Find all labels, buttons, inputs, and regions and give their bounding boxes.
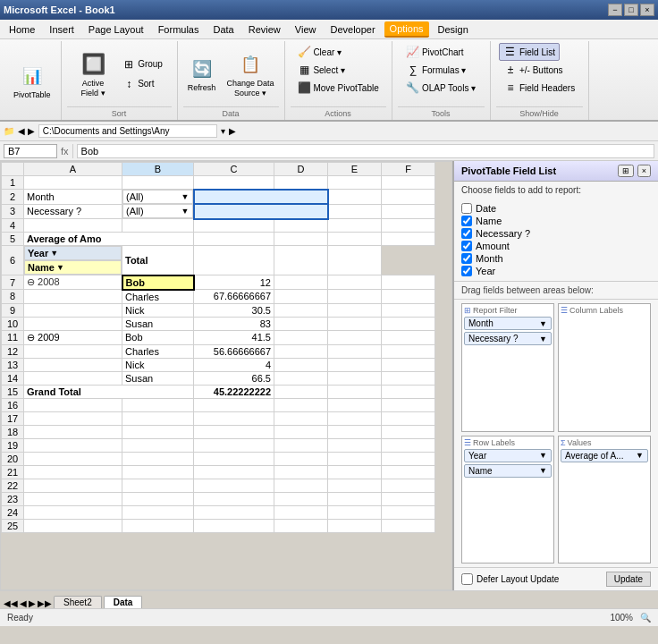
menu-view[interactable]: View (290, 22, 322, 37)
cell-d12[interactable] (274, 344, 328, 358)
pivot-chip-month[interactable]: Month ▼ (464, 317, 552, 330)
cell-b14[interactable]: Susan (122, 371, 194, 385)
formula-input[interactable] (77, 144, 654, 158)
cell-b10[interactable]: Susan (122, 317, 194, 330)
cell-f14[interactable] (382, 371, 435, 385)
pivottable-button[interactable]: 📊 PivotTable (9, 59, 55, 103)
cell-c8[interactable]: 67.66666667 (194, 290, 274, 304)
select-button[interactable]: ▦ Select ▾ (292, 61, 350, 79)
cell-d11[interactable] (274, 330, 328, 344)
cell-b4[interactable] (122, 219, 194, 233)
cell-c3[interactable] (194, 204, 328, 219)
path-dropdown[interactable]: ▾ (221, 126, 225, 136)
col-header-a[interactable]: A (24, 163, 122, 176)
cell-b2[interactable]: (All) ▼ (122, 190, 193, 204)
cell-f13[interactable] (382, 358, 435, 371)
cell-c2[interactable] (194, 190, 328, 205)
cell-b7[interactable]: Bob (122, 275, 194, 290)
pivot-chip-average[interactable]: Average of A... ▼ (561, 449, 648, 462)
cell-e15[interactable] (328, 385, 382, 398)
changedatasource-button[interactable]: 📋 Change DataSource ▾ (223, 47, 279, 101)
cell-e8[interactable] (328, 290, 382, 304)
cell-e4[interactable] (328, 219, 382, 233)
field-name-checkbox[interactable] (461, 216, 472, 226)
cell-c15[interactable]: 45.22222222 (194, 385, 274, 398)
cell-f4[interactable] (382, 219, 435, 233)
cell-d4[interactable] (274, 219, 328, 233)
menu-review[interactable]: Review (243, 22, 286, 37)
cell-a9[interactable] (24, 303, 122, 317)
cell-f11[interactable] (382, 330, 435, 344)
cell-b13[interactable]: Nick (122, 358, 194, 371)
cell-f3[interactable] (382, 204, 435, 219)
plusminusbuttons-button[interactable]: ± +/- Buttons (499, 61, 568, 79)
cell-c4[interactable] (194, 219, 274, 233)
cell-e13[interactable] (328, 358, 382, 371)
cell-c14[interactable]: 66.5 (194, 371, 274, 385)
cell-f9[interactable] (382, 303, 435, 317)
cell-b9[interactable]: Nick (122, 303, 194, 317)
cell-d10[interactable] (274, 317, 328, 330)
cell-f8[interactable] (382, 290, 435, 304)
month-filter-arrow[interactable]: ▼ (181, 192, 190, 201)
cell-a8[interactable] (24, 290, 122, 304)
cell-a14[interactable] (24, 371, 122, 385)
sheet-tab-data[interactable]: Data (104, 596, 143, 608)
cell-f6[interactable] (328, 246, 382, 275)
cell-f5[interactable] (382, 233, 435, 246)
cell-e9[interactable] (328, 303, 382, 317)
cell-a11[interactable]: ⊖ 2009 (24, 330, 122, 344)
menu-developer[interactable]: Developer (325, 22, 380, 37)
activefield-button[interactable]: 🔲 ActiveField ▾ (71, 47, 115, 101)
cell-b1[interactable] (122, 176, 194, 190)
cell-b8[interactable]: Charles (122, 290, 194, 304)
name-filter[interactable]: ▼ (56, 263, 64, 272)
defer-label[interactable]: Defer Layout Update (461, 573, 559, 585)
chip-name-arrow[interactable]: ▼ (539, 466, 547, 475)
sort-button[interactable]: ↕ Sort (117, 75, 167, 93)
cell-a2[interactable]: Month (24, 190, 122, 205)
cell-f12[interactable] (382, 344, 435, 358)
col-header-e[interactable]: E (328, 163, 382, 176)
pivot-chip-year[interactable]: Year ▼ (464, 449, 552, 462)
cell-f15[interactable] (382, 385, 435, 398)
pivot-layout-button[interactable]: ⊞ (618, 165, 634, 177)
olaptools-button[interactable]: 🔧 OLAP Tools ▾ (401, 79, 480, 97)
close-button[interactable]: × (640, 4, 654, 16)
cell-d8[interactable] (274, 290, 328, 304)
path-go[interactable]: ▶ (229, 126, 236, 136)
necessary-filter-arrow[interactable]: ▼ (181, 207, 190, 216)
col-header-c[interactable]: C (194, 163, 274, 176)
cell-f7[interactable] (382, 275, 435, 290)
cell-d13[interactable] (274, 358, 328, 371)
cell-e11[interactable] (328, 330, 382, 344)
year-filter[interactable]: ▼ (50, 249, 58, 258)
cell-c9[interactable]: 30.5 (194, 303, 274, 317)
cell-a3[interactable]: Necessary ? (24, 204, 122, 219)
cell-a12[interactable] (24, 344, 122, 358)
maximize-button[interactable]: □ (624, 4, 638, 16)
chip-necessary-arrow[interactable]: ▼ (539, 335, 547, 343)
fieldheaders-button[interactable]: ≡ Field Headers (499, 79, 579, 97)
cell-b12[interactable]: Charles (122, 344, 194, 358)
group-button[interactable]: ⊞ Group (117, 55, 167, 73)
menu-design[interactable]: Design (433, 22, 474, 37)
cell-d15[interactable] (274, 385, 328, 398)
cell-c1[interactable] (194, 176, 274, 190)
col-header-d[interactable]: D (274, 163, 328, 176)
menu-insert[interactable]: Insert (44, 22, 80, 37)
path-input[interactable] (38, 124, 217, 138)
cell-e2[interactable] (328, 190, 382, 205)
pivot-chip-name[interactable]: Name ▼ (464, 464, 552, 478)
field-amount-checkbox[interactable] (461, 241, 472, 251)
cell-a4[interactable] (24, 219, 122, 233)
cell-a5[interactable]: Average of Amo (24, 233, 194, 246)
col-header-f[interactable]: F (382, 163, 435, 176)
cell-c12[interactable]: 56.66666667 (194, 344, 274, 358)
cell-e14[interactable] (328, 371, 382, 385)
cell-a6[interactable]: Year ▼ (24, 246, 122, 260)
cell-c10[interactable]: 83 (194, 317, 274, 330)
cell-d14[interactable] (274, 371, 328, 385)
field-month-checkbox[interactable] (461, 253, 472, 264)
pivotchart-button[interactable]: 📈 PivotChart (401, 43, 468, 61)
